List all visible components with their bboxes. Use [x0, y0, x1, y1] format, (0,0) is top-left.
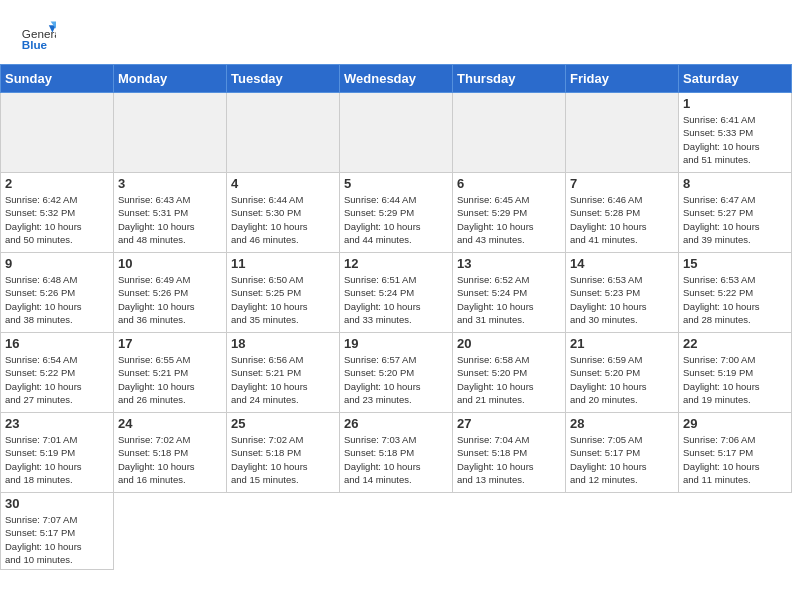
day-info: Sunrise: 6:56 AM Sunset: 5:21 PM Dayligh… [231, 353, 335, 406]
calendar-table: SundayMondayTuesdayWednesdayThursdayFrid… [0, 64, 792, 570]
day-number: 2 [5, 176, 109, 191]
calendar-cell: 21Sunrise: 6:59 AM Sunset: 5:20 PM Dayli… [566, 333, 679, 413]
day-number: 12 [344, 256, 448, 271]
calendar-cell [1, 93, 114, 173]
day-number: 11 [231, 256, 335, 271]
calendar-cell: 25Sunrise: 7:02 AM Sunset: 5:18 PM Dayli… [227, 413, 340, 493]
day-info: Sunrise: 6:44 AM Sunset: 5:30 PM Dayligh… [231, 193, 335, 246]
day-info: Sunrise: 7:07 AM Sunset: 5:17 PM Dayligh… [5, 513, 109, 566]
day-info: Sunrise: 7:05 AM Sunset: 5:17 PM Dayligh… [570, 433, 674, 486]
day-info: Sunrise: 6:54 AM Sunset: 5:22 PM Dayligh… [5, 353, 109, 406]
calendar-cell: 17Sunrise: 6:55 AM Sunset: 5:21 PM Dayli… [114, 333, 227, 413]
day-info: Sunrise: 7:01 AM Sunset: 5:19 PM Dayligh… [5, 433, 109, 486]
calendar-cell [114, 93, 227, 173]
weekday-sunday: Sunday [1, 65, 114, 93]
day-number: 6 [457, 176, 561, 191]
calendar-row: 30Sunrise: 7:07 AM Sunset: 5:17 PM Dayli… [1, 493, 792, 570]
calendar-cell: 22Sunrise: 7:00 AM Sunset: 5:19 PM Dayli… [679, 333, 792, 413]
day-number: 27 [457, 416, 561, 431]
day-info: Sunrise: 6:55 AM Sunset: 5:21 PM Dayligh… [118, 353, 222, 406]
weekday-tuesday: Tuesday [227, 65, 340, 93]
day-number: 19 [344, 336, 448, 351]
svg-text:Blue: Blue [22, 38, 48, 51]
day-number: 30 [5, 496, 109, 511]
calendar-cell: 13Sunrise: 6:52 AM Sunset: 5:24 PM Dayli… [453, 253, 566, 333]
calendar-cell: 6Sunrise: 6:45 AM Sunset: 5:29 PM Daylig… [453, 173, 566, 253]
day-number: 22 [683, 336, 787, 351]
day-number: 13 [457, 256, 561, 271]
calendar-cell: 5Sunrise: 6:44 AM Sunset: 5:29 PM Daylig… [340, 173, 453, 253]
weekday-header-row: SundayMondayTuesdayWednesdayThursdayFrid… [1, 65, 792, 93]
day-info: Sunrise: 6:48 AM Sunset: 5:26 PM Dayligh… [5, 273, 109, 326]
day-info: Sunrise: 6:59 AM Sunset: 5:20 PM Dayligh… [570, 353, 674, 406]
day-info: Sunrise: 6:46 AM Sunset: 5:28 PM Dayligh… [570, 193, 674, 246]
calendar-cell: 9Sunrise: 6:48 AM Sunset: 5:26 PM Daylig… [1, 253, 114, 333]
day-number: 29 [683, 416, 787, 431]
calendar-cell: 4Sunrise: 6:44 AM Sunset: 5:30 PM Daylig… [227, 173, 340, 253]
day-number: 28 [570, 416, 674, 431]
day-number: 21 [570, 336, 674, 351]
calendar-row: 9Sunrise: 6:48 AM Sunset: 5:26 PM Daylig… [1, 253, 792, 333]
weekday-friday: Friday [566, 65, 679, 93]
calendar-cell: 14Sunrise: 6:53 AM Sunset: 5:23 PM Dayli… [566, 253, 679, 333]
day-number: 9 [5, 256, 109, 271]
day-info: Sunrise: 6:44 AM Sunset: 5:29 PM Dayligh… [344, 193, 448, 246]
calendar-cell: 26Sunrise: 7:03 AM Sunset: 5:18 PM Dayli… [340, 413, 453, 493]
day-number: 25 [231, 416, 335, 431]
day-info: Sunrise: 7:06 AM Sunset: 5:17 PM Dayligh… [683, 433, 787, 486]
day-number: 17 [118, 336, 222, 351]
calendar-cell: 1Sunrise: 6:41 AM Sunset: 5:33 PM Daylig… [679, 93, 792, 173]
calendar-cell: 19Sunrise: 6:57 AM Sunset: 5:20 PM Dayli… [340, 333, 453, 413]
day-info: Sunrise: 7:04 AM Sunset: 5:18 PM Dayligh… [457, 433, 561, 486]
day-info: Sunrise: 6:53 AM Sunset: 5:23 PM Dayligh… [570, 273, 674, 326]
calendar-cell: 27Sunrise: 7:04 AM Sunset: 5:18 PM Dayli… [453, 413, 566, 493]
weekday-wednesday: Wednesday [340, 65, 453, 93]
day-number: 23 [5, 416, 109, 431]
calendar-cell: 12Sunrise: 6:51 AM Sunset: 5:24 PM Dayli… [340, 253, 453, 333]
calendar-cell: 11Sunrise: 6:50 AM Sunset: 5:25 PM Dayli… [227, 253, 340, 333]
day-number: 26 [344, 416, 448, 431]
weekday-monday: Monday [114, 65, 227, 93]
day-number: 10 [118, 256, 222, 271]
day-info: Sunrise: 6:49 AM Sunset: 5:26 PM Dayligh… [118, 273, 222, 326]
day-info: Sunrise: 6:45 AM Sunset: 5:29 PM Dayligh… [457, 193, 561, 246]
day-number: 14 [570, 256, 674, 271]
day-number: 24 [118, 416, 222, 431]
day-info: Sunrise: 7:02 AM Sunset: 5:18 PM Dayligh… [118, 433, 222, 486]
calendar-cell: 2Sunrise: 6:42 AM Sunset: 5:32 PM Daylig… [1, 173, 114, 253]
day-info: Sunrise: 6:51 AM Sunset: 5:24 PM Dayligh… [344, 273, 448, 326]
day-info: Sunrise: 6:43 AM Sunset: 5:31 PM Dayligh… [118, 193, 222, 246]
day-number: 4 [231, 176, 335, 191]
day-number: 3 [118, 176, 222, 191]
calendar-cell: 20Sunrise: 6:58 AM Sunset: 5:20 PM Dayli… [453, 333, 566, 413]
calendar-cell: 30Sunrise: 7:07 AM Sunset: 5:17 PM Dayli… [1, 493, 114, 570]
day-info: Sunrise: 6:41 AM Sunset: 5:33 PM Dayligh… [683, 113, 787, 166]
day-number: 7 [570, 176, 674, 191]
calendar-cell: 16Sunrise: 6:54 AM Sunset: 5:22 PM Dayli… [1, 333, 114, 413]
calendar-cell: 7Sunrise: 6:46 AM Sunset: 5:28 PM Daylig… [566, 173, 679, 253]
day-info: Sunrise: 7:03 AM Sunset: 5:18 PM Dayligh… [344, 433, 448, 486]
calendar-cell [453, 93, 566, 173]
calendar-cell: 24Sunrise: 7:02 AM Sunset: 5:18 PM Dayli… [114, 413, 227, 493]
day-info: Sunrise: 6:57 AM Sunset: 5:20 PM Dayligh… [344, 353, 448, 406]
day-info: Sunrise: 6:47 AM Sunset: 5:27 PM Dayligh… [683, 193, 787, 246]
page-header: General Blue [0, 0, 792, 64]
calendar-cell [340, 93, 453, 173]
logo: General Blue [20, 18, 56, 54]
day-number: 20 [457, 336, 561, 351]
day-number: 16 [5, 336, 109, 351]
day-info: Sunrise: 6:52 AM Sunset: 5:24 PM Dayligh… [457, 273, 561, 326]
weekday-saturday: Saturday [679, 65, 792, 93]
calendar-cell: 28Sunrise: 7:05 AM Sunset: 5:17 PM Dayli… [566, 413, 679, 493]
calendar-row: 23Sunrise: 7:01 AM Sunset: 5:19 PM Dayli… [1, 413, 792, 493]
day-number: 8 [683, 176, 787, 191]
calendar-cell: 18Sunrise: 6:56 AM Sunset: 5:21 PM Dayli… [227, 333, 340, 413]
day-info: Sunrise: 7:00 AM Sunset: 5:19 PM Dayligh… [683, 353, 787, 406]
day-number: 15 [683, 256, 787, 271]
calendar-cell: 3Sunrise: 6:43 AM Sunset: 5:31 PM Daylig… [114, 173, 227, 253]
day-info: Sunrise: 7:02 AM Sunset: 5:18 PM Dayligh… [231, 433, 335, 486]
calendar-cell: 10Sunrise: 6:49 AM Sunset: 5:26 PM Dayli… [114, 253, 227, 333]
calendar-row: 1Sunrise: 6:41 AM Sunset: 5:33 PM Daylig… [1, 93, 792, 173]
calendar-cell: 29Sunrise: 7:06 AM Sunset: 5:17 PM Dayli… [679, 413, 792, 493]
day-number: 18 [231, 336, 335, 351]
